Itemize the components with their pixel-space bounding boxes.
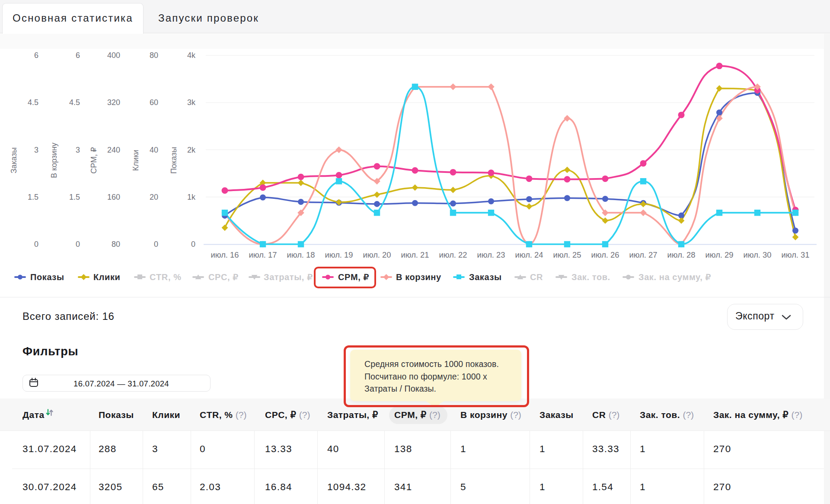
svg-text:июл. 22: июл. 22 <box>439 250 467 259</box>
svg-text:6: 6 <box>34 51 38 60</box>
svg-text:CR: CR <box>530 272 543 282</box>
svg-text:240: 240 <box>107 146 120 154</box>
svg-text:Заказы: Заказы <box>469 272 502 282</box>
svg-text:Зак. тов.: Зак. тов. <box>571 272 610 282</box>
svg-text:6: 6 <box>76 51 80 60</box>
svg-text:CPM, ₽: CPM, ₽ <box>89 147 98 173</box>
svg-text:июл. 19: июл. 19 <box>325 250 353 259</box>
svg-text:июл. 29: июл. 29 <box>706 250 734 259</box>
svg-text:июл. 23: июл. 23 <box>477 250 505 259</box>
svg-text:июл. 30: июл. 30 <box>744 250 772 259</box>
svg-text:Затраты, ₽: Затраты, ₽ <box>264 272 313 282</box>
svg-text:1k: 1k <box>187 193 196 201</box>
svg-text:июл. 18: июл. 18 <box>287 250 315 259</box>
svg-text:июл. 28: июл. 28 <box>667 250 696 259</box>
svg-text:0: 0 <box>34 240 38 249</box>
svg-text:июл. 21: июл. 21 <box>401 250 429 259</box>
svg-text:2k: 2k <box>187 146 196 154</box>
svg-text:4k: 4k <box>187 51 196 60</box>
svg-text:4.5: 4.5 <box>28 98 38 107</box>
svg-text:Клики: Клики <box>131 150 140 171</box>
svg-text:80: 80 <box>150 51 158 60</box>
svg-text:июл. 25: июл. 25 <box>553 250 581 259</box>
svg-text:160: 160 <box>107 193 120 201</box>
svg-text:1.5: 1.5 <box>28 193 38 201</box>
svg-text:1.5: 1.5 <box>69 193 80 201</box>
svg-text:CPC, ₽: CPC, ₽ <box>208 272 239 282</box>
svg-text:CTR, %: CTR, % <box>150 272 182 282</box>
svg-text:40: 40 <box>150 146 158 154</box>
svg-text:июл. 17: июл. 17 <box>249 250 277 259</box>
svg-text:июл. 27: июл. 27 <box>629 250 658 259</box>
svg-text:3: 3 <box>76 146 80 154</box>
svg-text:4.5: 4.5 <box>69 98 80 107</box>
svg-text:20: 20 <box>150 193 158 201</box>
svg-text:0: 0 <box>154 240 158 249</box>
svg-text:Показы: Показы <box>30 272 64 282</box>
svg-text:июл. 16: июл. 16 <box>211 250 239 259</box>
svg-text:июл. 24: июл. 24 <box>515 250 543 259</box>
svg-text:июл. 26: июл. 26 <box>591 250 619 259</box>
svg-text:июл. 31: июл. 31 <box>782 250 810 259</box>
svg-text:80: 80 <box>112 240 120 249</box>
svg-text:320: 320 <box>107 98 120 107</box>
svg-text:В корзину: В корзину <box>50 143 58 178</box>
svg-text:60: 60 <box>150 98 158 107</box>
svg-text:3k: 3k <box>187 98 196 107</box>
svg-text:0: 0 <box>191 240 195 249</box>
svg-text:Показы: Показы <box>169 147 178 174</box>
svg-text:В корзину: В корзину <box>396 272 441 282</box>
svg-text:400: 400 <box>107 51 120 60</box>
svg-text:Клики: Клики <box>93 272 121 282</box>
svg-text:0: 0 <box>76 240 80 249</box>
svg-text:Зак. на сумму, ₽: Зак. на сумму, ₽ <box>638 272 711 282</box>
svg-text:июл. 20: июл. 20 <box>363 250 391 259</box>
svg-text:3: 3 <box>34 146 38 154</box>
svg-text:Заказы: Заказы <box>10 147 18 173</box>
